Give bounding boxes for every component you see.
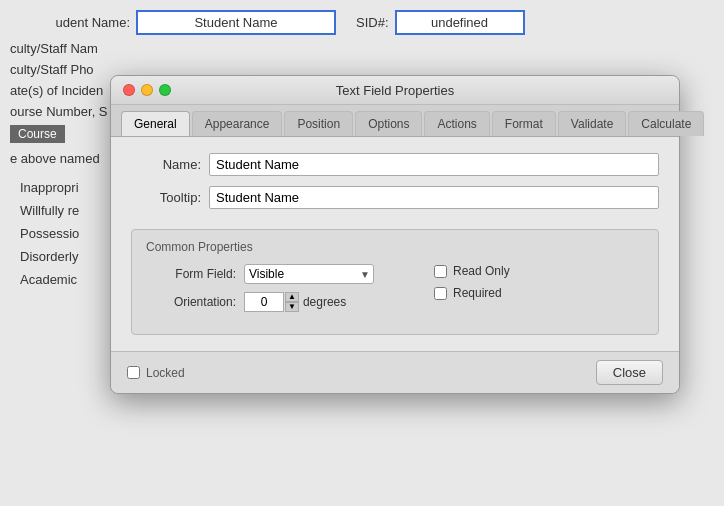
close-button[interactable]: Close [596,360,663,385]
course-button[interactable]: Course [10,125,65,143]
name-label: Name: [131,157,201,172]
common-properties-section: Common Properties Form Field: Visible ▼ [131,229,659,335]
tooltip-row: Tooltip: [131,186,659,209]
tab-validate[interactable]: Validate [558,111,626,136]
required-row: Required [434,286,510,300]
tab-appearance[interactable]: Appearance [192,111,283,136]
tab-actions[interactable]: Actions [424,111,489,136]
sid-field[interactable]: undefined [395,10,525,35]
dialog-footer: Locked Close [111,351,679,393]
required-checkbox[interactable] [434,287,447,300]
tooltip-label: Tooltip: [131,190,201,205]
footer-left: Locked [127,366,185,380]
locked-label: Locked [146,366,185,380]
tabs-row: General Appearance Position Options Acti… [111,105,679,137]
tooltip-input[interactable] [209,186,659,209]
tab-general[interactable]: General [121,111,190,136]
course-number-label: ourse Number, S [10,104,108,119]
checkbox-group: Read Only Required [434,264,510,300]
common-properties-title: Common Properties [146,240,644,254]
form-field-row: Form Field: Visible ▼ [146,264,374,284]
tab-format[interactable]: Format [492,111,556,136]
sid-label: SID#: [356,15,389,30]
close-window-button[interactable] [123,84,135,96]
dialog-titlebar: Text Field Properties [111,76,679,105]
tab-position[interactable]: Position [284,111,353,136]
tab-calculate[interactable]: Calculate [628,111,704,136]
name-row: Name: [131,153,659,176]
form-field-select-wrapper: Visible ▼ [244,264,374,284]
orientation-label: Orientation: [146,295,236,309]
maximize-window-button[interactable] [159,84,171,96]
student-name-field[interactable]: Student Name [136,10,336,35]
orientation-spinner: ▲ ▼ [244,292,299,312]
form-field-select[interactable]: Visible [244,264,374,284]
spinner-up-button[interactable]: ▲ [285,292,299,302]
tab-options[interactable]: Options [355,111,422,136]
form-field-label: Form Field: [146,267,236,281]
name-input[interactable] [209,153,659,176]
required-label: Required [453,286,502,300]
faculty-staff-name-label: culty/Staff Nam [10,41,98,56]
degrees-label: degrees [303,295,346,309]
read-only-row: Read Only [434,264,510,278]
orientation-input[interactable] [244,292,284,312]
student-name-label: udent Name: [10,15,130,30]
faculty-staff-phone-label: culty/Staff Pho [10,62,94,77]
minimize-window-button[interactable] [141,84,153,96]
spinner-arrows: ▲ ▼ [285,292,299,312]
dialog-title: Text Field Properties [336,83,455,98]
dialog-content: Name: Tooltip: Common Properties Form Fi… [111,137,679,351]
titlebar-buttons [123,84,171,96]
locked-checkbox[interactable] [127,366,140,379]
read-only-label: Read Only [453,264,510,278]
read-only-checkbox[interactable] [434,265,447,278]
dates-incident-label: ate(s) of Inciden [10,83,103,98]
spinner-down-button[interactable]: ▼ [285,302,299,312]
above-named-label: e above named [10,151,100,166]
orientation-row: Orientation: ▲ ▼ degrees [146,292,374,312]
text-field-properties-dialog: Text Field Properties General Appearance… [110,75,680,394]
